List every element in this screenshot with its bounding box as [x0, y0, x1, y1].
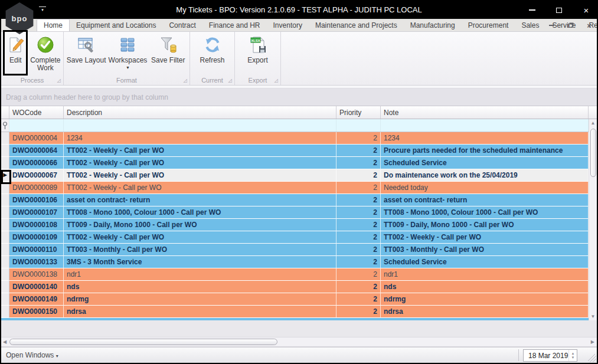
date-picker[interactable]: 18 Mar 2019 ▲▼ — [523, 349, 577, 362]
cell-priority[interactable]: 2 — [336, 194, 381, 206]
table-row[interactable]: DWO0000064TT002 - Weekly - Call per WO2P… — [1, 145, 589, 157]
cell-description[interactable]: asset on contract- return — [64, 194, 336, 206]
horizontal-scrollbar[interactable]: ◀ ▶ — [1, 337, 597, 347]
table-row[interactable]: DWO00001333MS - 3 Month Service2Schedule… — [1, 256, 589, 268]
cell-wocode[interactable]: DWO0000138 — [9, 268, 64, 281]
cell-priority[interactable]: 2 — [336, 231, 381, 244]
cell-wocode[interactable]: DWO0000133 — [9, 256, 64, 268]
column-header-note[interactable]: Note — [381, 106, 589, 119]
cell-description[interactable]: 3MS - 3 Month Service — [64, 256, 336, 268]
column-header-priority[interactable]: Priority — [336, 106, 381, 119]
workspaces-button[interactable]: Workspaces ▼ — [107, 34, 148, 70]
cell-note[interactable]: ndrmg — [381, 293, 589, 306]
cell-wocode[interactable]: DWO0000149 — [9, 293, 64, 306]
tab-home[interactable]: Home — [37, 19, 70, 31]
vertical-scroll-thumb[interactable] — [590, 129, 596, 177]
cell-description[interactable]: ndr1 — [64, 268, 336, 281]
save-filter-button[interactable]: Save Filter — [149, 34, 187, 64]
cell-description[interactable]: TT002 - Weekly - Call per WO — [64, 169, 336, 182]
mdi-close-button[interactable]: × — [585, 21, 593, 29]
edit-button[interactable]: Edit — [4, 34, 28, 64]
cell-description[interactable]: ndrmg — [64, 293, 336, 306]
group-launcher-icon[interactable]: ◿ — [57, 78, 61, 83]
cell-note[interactable]: ndr1 — [381, 268, 589, 281]
export-button[interactable]: XLSX Export — [240, 34, 276, 64]
tab-inventory[interactable]: Inventory — [267, 19, 309, 31]
date-spinner[interactable]: ▲▼ — [568, 350, 577, 361]
cell-wocode[interactable]: DWO0000066 — [9, 157, 64, 169]
tab-sales[interactable]: Sales — [515, 19, 545, 31]
open-windows-menu[interactable]: Open Windows ▾ — [6, 351, 58, 359]
group-by-panel[interactable]: Drag a column header here to group by th… — [1, 88, 597, 106]
tab-maintenance-and-projects[interactable]: Maintenance and Projects — [309, 19, 404, 31]
table-row[interactable]: DWO0000140nds2nds — [1, 281, 589, 293]
cell-priority[interactable]: 2 — [336, 132, 381, 145]
cell-priority[interactable]: 2 — [336, 182, 381, 194]
cell-priority[interactable]: 2 — [336, 219, 381, 231]
cell-wocode[interactable]: DWO0000110 — [9, 244, 64, 256]
close-button[interactable]: × — [580, 5, 592, 15]
filter-input-wocode[interactable] — [9, 119, 64, 132]
cell-wocode[interactable]: DWO0000089 — [9, 182, 64, 194]
cell-note[interactable]: asset on contract- return — [381, 194, 589, 206]
column-header-wocode[interactable]: WOCode — [9, 106, 64, 119]
cell-note[interactable]: nds — [381, 281, 589, 293]
table-row[interactable]: ▶DWO0000067TT002 - Weekly - Call per WO2… — [1, 169, 589, 182]
cell-note[interactable]: Needed today — [381, 182, 589, 194]
scroll-down-icon[interactable]: ▼ — [589, 314, 597, 319]
cell-wocode[interactable]: DWO0000150 — [9, 306, 64, 318]
cell-wocode[interactable]: DWO0000140 — [9, 281, 64, 293]
cell-note[interactable]: TT002 - Weekly - Call per WO — [381, 231, 589, 244]
mdi-minimize-button[interactable] — [547, 21, 555, 29]
cell-priority[interactable]: 2 — [336, 145, 381, 157]
cell-priority[interactable]: 2 — [336, 157, 381, 169]
group-launcher-icon[interactable]: ◿ — [184, 78, 187, 83]
cell-note[interactable]: 1234 — [381, 132, 589, 145]
tab-equipment-and-locations[interactable]: Equipment and Locations — [70, 19, 162, 31]
cell-note[interactable]: TT009 - Daily, Mono 1000 - Call per WO — [381, 219, 589, 231]
resize-grip[interactable] — [588, 354, 596, 362]
column-header-description[interactable]: Description — [64, 106, 336, 119]
refresh-button[interactable]: Refresh — [194, 34, 231, 64]
cell-note[interactable]: Scheduled Service — [381, 157, 589, 169]
complete-work-button[interactable]: Complete Work — [30, 34, 61, 72]
filter-input-description[interactable] — [64, 119, 336, 132]
table-row[interactable]: DWO0000108TT009 - Daily, Mono 1000 - Cal… — [1, 219, 589, 231]
cell-wocode[interactable]: DWO0000004 — [9, 132, 64, 145]
cell-priority[interactable]: 2 — [336, 268, 381, 281]
cell-wocode[interactable]: DWO0000106 — [9, 194, 64, 206]
horizontal-scroll-thumb[interactable] — [9, 339, 277, 345]
tab-manufacturing[interactable]: Manufacturing — [404, 19, 462, 31]
cell-wocode[interactable]: DWO0000107 — [9, 206, 64, 219]
cell-priority[interactable]: 2 — [336, 281, 381, 293]
cell-description[interactable]: TT002 - Weekly - Call per WO — [64, 145, 336, 157]
mdi-restore-button[interactable] — [566, 21, 574, 29]
tab-contract[interactable]: Contract — [162, 19, 202, 31]
cell-priority[interactable]: 2 — [336, 206, 381, 219]
group-launcher-icon[interactable]: ◿ — [275, 78, 278, 83]
maximize-button[interactable] — [553, 5, 565, 15]
filter-input-note[interactable] — [381, 119, 589, 132]
cell-description[interactable]: TT003 - Monthly - Call per WO — [64, 244, 336, 256]
save-layout-button[interactable]: Save Layout — [66, 34, 106, 64]
cell-wocode[interactable]: DWO0000109 — [9, 231, 64, 244]
table-row[interactable]: DWO0000149ndrmg2ndrmg — [1, 293, 589, 306]
cell-description[interactable]: TT009 - Daily, Mono 1000 - Call per WO — [64, 219, 336, 231]
cell-priority[interactable]: 2 — [336, 256, 381, 268]
table-row[interactable]: DWO0000106asset on contract- return2asse… — [1, 194, 589, 206]
cell-note[interactable]: Scheduled Service — [381, 256, 589, 268]
cell-description[interactable]: nds — [64, 281, 336, 293]
cell-wocode[interactable]: DWO0000064 — [9, 145, 64, 157]
table-row[interactable]: DWO0000138ndr12ndr1 — [1, 268, 589, 281]
cell-note[interactable]: ndrsa — [381, 306, 589, 318]
cell-priority[interactable]: 2 — [336, 244, 381, 256]
tab-finance-and-hr[interactable]: Finance and HR — [202, 19, 267, 31]
scroll-right-icon[interactable]: ▶ — [591, 339, 594, 345]
cell-priority[interactable]: 2 — [336, 306, 381, 318]
table-row[interactable]: DWO0000004123421234 — [1, 132, 589, 145]
group-launcher-icon[interactable]: ◿ — [228, 78, 232, 83]
filter-input-priority[interactable] — [336, 119, 381, 132]
cell-description[interactable]: TT002 - Weekly - Call per WO — [64, 157, 336, 169]
cell-description[interactable]: TT008 - Mono 1000, Colour 1000 - Call pe… — [64, 206, 336, 219]
vertical-scrollbar[interactable]: ▲ ▼ — [589, 119, 597, 320]
